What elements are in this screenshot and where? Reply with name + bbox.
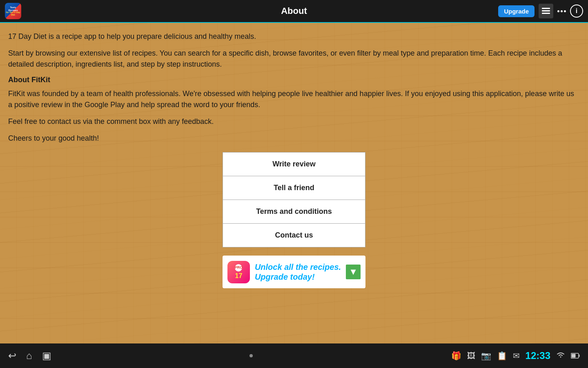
top-bar-right: Upgrade i [498,4,583,18]
tell-friend-button[interactable]: Tell a friend [223,176,365,200]
wifi-icon [556,351,565,361]
about-fitkit-title: About FitKit [8,76,580,84]
write-review-button[interactable]: Write review [223,152,365,176]
contact-button[interactable]: Contact us [223,223,365,247]
nav-controls: ↩ ⌂ ▣ [8,350,51,361]
app-icon[interactable]: TastyRecipes for The 17 Day Diet [5,3,21,19]
top-navigation-bar: TastyRecipes for The 17 Day Diet About U… [0,0,588,23]
system-icons: 🎁 🖼 📷 📋 ✉ 12:33 [451,350,580,361]
recents-icon[interactable]: ▣ [42,350,51,361]
info-icon[interactable]: i [570,4,583,18]
main-content: 17 Day Diet is a recipe app to help you … [0,23,588,343]
svg-rect-2 [542,13,550,14]
contact-paragraph: Feel free to contact us via the comment … [8,116,580,127]
svg-rect-5 [579,355,579,357]
gallery-icon: 🖼 [467,351,475,361]
time-display: 12:33 [526,350,550,361]
upgrade-button[interactable]: Upgrade [498,5,535,17]
back-icon[interactable]: ↩ [8,350,16,361]
terms-button[interactable]: Terms and conditions [223,200,365,223]
email-icon: ✉ [513,351,520,361]
files-icon: 📋 [497,351,507,361]
home-icon[interactable]: ⌂ [26,350,32,361]
gift-icon: 🎁 [451,351,461,361]
menu-icon[interactable] [539,4,553,18]
bottom-center [249,354,253,357]
battery-icon [571,351,580,361]
svg-rect-0 [542,8,550,9]
features-paragraph: Start by browsing our extensive list of … [8,48,580,70]
action-buttons-container: Write review Tell a friend Terms and con… [223,152,365,247]
top-bar-left: TastyRecipes for The 17 Day Diet [5,3,21,19]
screenshot-icon: 📷 [481,351,491,361]
cheers-paragraph: Cheers to your good health! [8,133,580,144]
svg-rect-1 [542,10,550,11]
center-dot [249,354,253,357]
ad-app-icon: PRO 17 [227,261,250,283]
fitkit-paragraph: FitKit was founded by a team of health p… [8,88,580,110]
ad-download-arrow-icon: ▼ [346,265,361,279]
svg-rect-4 [571,354,575,357]
page-title: About [281,6,307,16]
overflow-menu-icon[interactable] [557,10,566,12]
ad-text: Unlock all the recipes. Upgrade today! [255,262,341,282]
ad-banner[interactable]: PRO 17 Unlock all the recipes. Upgrade t… [223,256,365,288]
intro-paragraph: 17 Day Diet is a recipe app to help you … [8,31,580,42]
bottom-navigation-bar: ↩ ⌂ ▣ 🎁 🖼 📷 📋 ✉ 12:33 [0,343,588,368]
